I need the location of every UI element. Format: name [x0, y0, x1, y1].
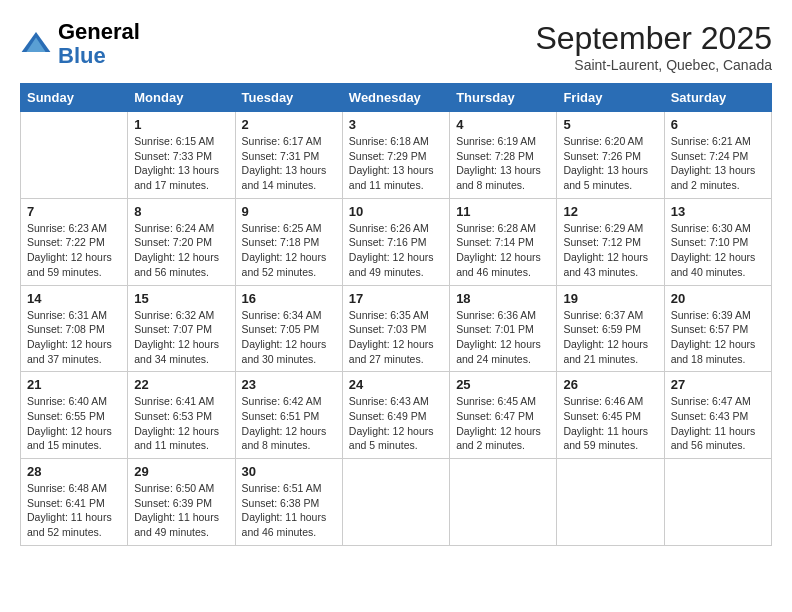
day-info: Sunrise: 6:25 AM Sunset: 7:18 PM Dayligh… — [242, 221, 336, 280]
calendar-cell: 1Sunrise: 6:15 AM Sunset: 7:33 PM Daylig… — [128, 112, 235, 199]
day-info: Sunrise: 6:26 AM Sunset: 7:16 PM Dayligh… — [349, 221, 443, 280]
day-number: 5 — [563, 117, 657, 132]
calendar-cell: 7Sunrise: 6:23 AM Sunset: 7:22 PM Daylig… — [21, 198, 128, 285]
day-number: 14 — [27, 291, 121, 306]
day-info: Sunrise: 6:30 AM Sunset: 7:10 PM Dayligh… — [671, 221, 765, 280]
calendar-cell: 4Sunrise: 6:19 AM Sunset: 7:28 PM Daylig… — [450, 112, 557, 199]
calendar-cell — [342, 459, 449, 546]
calendar-cell: 18Sunrise: 6:36 AM Sunset: 7:01 PM Dayli… — [450, 285, 557, 372]
week-row-2: 7Sunrise: 6:23 AM Sunset: 7:22 PM Daylig… — [21, 198, 772, 285]
calendar-cell: 17Sunrise: 6:35 AM Sunset: 7:03 PM Dayli… — [342, 285, 449, 372]
day-info: Sunrise: 6:21 AM Sunset: 7:24 PM Dayligh… — [671, 134, 765, 193]
day-info: Sunrise: 6:46 AM Sunset: 6:45 PM Dayligh… — [563, 394, 657, 453]
day-info: Sunrise: 6:40 AM Sunset: 6:55 PM Dayligh… — [27, 394, 121, 453]
day-number: 3 — [349, 117, 443, 132]
calendar-cell: 26Sunrise: 6:46 AM Sunset: 6:45 PM Dayli… — [557, 372, 664, 459]
calendar-cell: 29Sunrise: 6:50 AM Sunset: 6:39 PM Dayli… — [128, 459, 235, 546]
day-info: Sunrise: 6:51 AM Sunset: 6:38 PM Dayligh… — [242, 481, 336, 540]
day-info: Sunrise: 6:17 AM Sunset: 7:31 PM Dayligh… — [242, 134, 336, 193]
day-number: 1 — [134, 117, 228, 132]
calendar-cell: 23Sunrise: 6:42 AM Sunset: 6:51 PM Dayli… — [235, 372, 342, 459]
calendar-cell: 5Sunrise: 6:20 AM Sunset: 7:26 PM Daylig… — [557, 112, 664, 199]
calendar-cell: 3Sunrise: 6:18 AM Sunset: 7:29 PM Daylig… — [342, 112, 449, 199]
day-number: 13 — [671, 204, 765, 219]
day-number: 6 — [671, 117, 765, 132]
calendar-cell — [557, 459, 664, 546]
calendar-cell: 28Sunrise: 6:48 AM Sunset: 6:41 PM Dayli… — [21, 459, 128, 546]
week-row-4: 21Sunrise: 6:40 AM Sunset: 6:55 PM Dayli… — [21, 372, 772, 459]
day-info: Sunrise: 6:31 AM Sunset: 7:08 PM Dayligh… — [27, 308, 121, 367]
day-number: 29 — [134, 464, 228, 479]
day-info: Sunrise: 6:47 AM Sunset: 6:43 PM Dayligh… — [671, 394, 765, 453]
calendar-cell: 19Sunrise: 6:37 AM Sunset: 6:59 PM Dayli… — [557, 285, 664, 372]
calendar-cell: 13Sunrise: 6:30 AM Sunset: 7:10 PM Dayli… — [664, 198, 771, 285]
col-header-saturday: Saturday — [664, 84, 771, 112]
week-row-5: 28Sunrise: 6:48 AM Sunset: 6:41 PM Dayli… — [21, 459, 772, 546]
calendar-cell: 12Sunrise: 6:29 AM Sunset: 7:12 PM Dayli… — [557, 198, 664, 285]
day-info: Sunrise: 6:37 AM Sunset: 6:59 PM Dayligh… — [563, 308, 657, 367]
day-number: 18 — [456, 291, 550, 306]
col-header-friday: Friday — [557, 84, 664, 112]
day-info: Sunrise: 6:19 AM Sunset: 7:28 PM Dayligh… — [456, 134, 550, 193]
day-number: 27 — [671, 377, 765, 392]
calendar-cell: 9Sunrise: 6:25 AM Sunset: 7:18 PM Daylig… — [235, 198, 342, 285]
day-number: 2 — [242, 117, 336, 132]
calendar-cell: 25Sunrise: 6:45 AM Sunset: 6:47 PM Dayli… — [450, 372, 557, 459]
day-number: 30 — [242, 464, 336, 479]
day-number: 4 — [456, 117, 550, 132]
month-title: September 2025 — [535, 20, 772, 57]
day-number: 26 — [563, 377, 657, 392]
logo: General Blue — [20, 20, 140, 68]
day-number: 24 — [349, 377, 443, 392]
day-info: Sunrise: 6:20 AM Sunset: 7:26 PM Dayligh… — [563, 134, 657, 193]
day-info: Sunrise: 6:48 AM Sunset: 6:41 PM Dayligh… — [27, 481, 121, 540]
calendar-cell: 6Sunrise: 6:21 AM Sunset: 7:24 PM Daylig… — [664, 112, 771, 199]
day-number: 22 — [134, 377, 228, 392]
day-number: 17 — [349, 291, 443, 306]
calendar-cell: 16Sunrise: 6:34 AM Sunset: 7:05 PM Dayli… — [235, 285, 342, 372]
day-info: Sunrise: 6:23 AM Sunset: 7:22 PM Dayligh… — [27, 221, 121, 280]
location-subtitle: Saint-Laurent, Quebec, Canada — [535, 57, 772, 73]
calendar-cell — [450, 459, 557, 546]
day-number: 12 — [563, 204, 657, 219]
page-header: General Blue September 2025 Saint-Lauren… — [20, 20, 772, 73]
logo-text: General Blue — [58, 20, 140, 68]
day-number: 23 — [242, 377, 336, 392]
logo-blue: Blue — [58, 43, 106, 68]
day-number: 25 — [456, 377, 550, 392]
day-info: Sunrise: 6:35 AM Sunset: 7:03 PM Dayligh… — [349, 308, 443, 367]
day-info: Sunrise: 6:45 AM Sunset: 6:47 PM Dayligh… — [456, 394, 550, 453]
day-number: 20 — [671, 291, 765, 306]
week-row-1: 1Sunrise: 6:15 AM Sunset: 7:33 PM Daylig… — [21, 112, 772, 199]
calendar-cell: 8Sunrise: 6:24 AM Sunset: 7:20 PM Daylig… — [128, 198, 235, 285]
day-number: 8 — [134, 204, 228, 219]
calendar-cell: 11Sunrise: 6:28 AM Sunset: 7:14 PM Dayli… — [450, 198, 557, 285]
calendar-cell: 21Sunrise: 6:40 AM Sunset: 6:55 PM Dayli… — [21, 372, 128, 459]
day-info: Sunrise: 6:34 AM Sunset: 7:05 PM Dayligh… — [242, 308, 336, 367]
calendar-cell: 15Sunrise: 6:32 AM Sunset: 7:07 PM Dayli… — [128, 285, 235, 372]
calendar-cell: 22Sunrise: 6:41 AM Sunset: 6:53 PM Dayli… — [128, 372, 235, 459]
day-info: Sunrise: 6:43 AM Sunset: 6:49 PM Dayligh… — [349, 394, 443, 453]
day-info: Sunrise: 6:41 AM Sunset: 6:53 PM Dayligh… — [134, 394, 228, 453]
col-header-sunday: Sunday — [21, 84, 128, 112]
day-info: Sunrise: 6:36 AM Sunset: 7:01 PM Dayligh… — [456, 308, 550, 367]
col-header-tuesday: Tuesday — [235, 84, 342, 112]
calendar-table: SundayMondayTuesdayWednesdayThursdayFrid… — [20, 83, 772, 546]
title-block: September 2025 Saint-Laurent, Quebec, Ca… — [535, 20, 772, 73]
day-info: Sunrise: 6:28 AM Sunset: 7:14 PM Dayligh… — [456, 221, 550, 280]
day-number: 7 — [27, 204, 121, 219]
day-info: Sunrise: 6:42 AM Sunset: 6:51 PM Dayligh… — [242, 394, 336, 453]
col-header-thursday: Thursday — [450, 84, 557, 112]
day-number: 19 — [563, 291, 657, 306]
calendar-cell: 14Sunrise: 6:31 AM Sunset: 7:08 PM Dayli… — [21, 285, 128, 372]
calendar-cell — [664, 459, 771, 546]
logo-icon — [20, 28, 52, 60]
day-number: 21 — [27, 377, 121, 392]
calendar-cell: 10Sunrise: 6:26 AM Sunset: 7:16 PM Dayli… — [342, 198, 449, 285]
calendar-cell: 30Sunrise: 6:51 AM Sunset: 6:38 PM Dayli… — [235, 459, 342, 546]
col-header-wednesday: Wednesday — [342, 84, 449, 112]
week-row-3: 14Sunrise: 6:31 AM Sunset: 7:08 PM Dayli… — [21, 285, 772, 372]
day-number: 28 — [27, 464, 121, 479]
day-number: 15 — [134, 291, 228, 306]
col-header-monday: Monday — [128, 84, 235, 112]
